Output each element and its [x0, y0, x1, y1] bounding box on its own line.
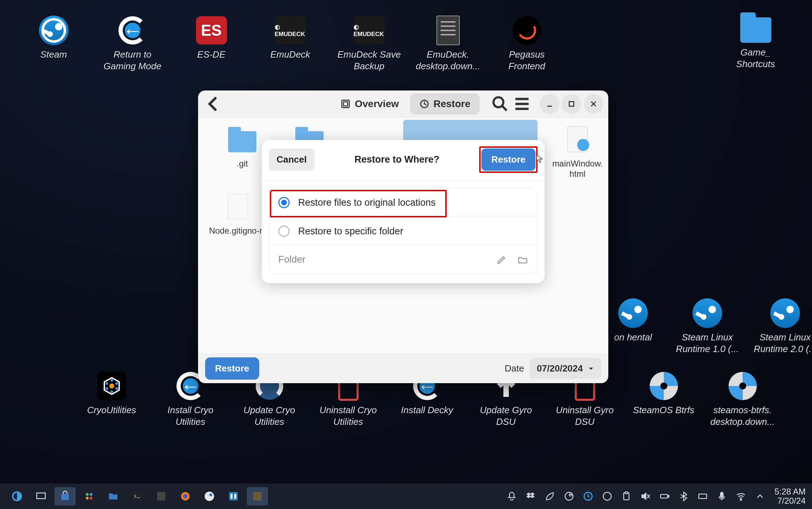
date-picker[interactable]: 07/20/2024 [530, 358, 601, 379]
svg-rect-35 [229, 492, 238, 501]
desktop-icon-emudeck[interactable]: ◐ EMUDECK EmuDeck [251, 8, 330, 79]
clock-date: 7/20/24 [775, 496, 806, 505]
bell-icon[interactable] [506, 491, 517, 502]
task-terminal[interactable] [127, 487, 148, 505]
system-tray [506, 491, 765, 502]
folder-open-icon[interactable] [517, 255, 528, 265]
tab-overview[interactable]: Overview [331, 93, 408, 115]
close-button[interactable] [584, 94, 603, 114]
desktop-icon-steam[interactable]: Steam [14, 8, 93, 79]
update-icon[interactable] [583, 491, 593, 502]
desktop-icon-runtime1[interactable]: Steam Linux Runtime 1.0 (... [668, 291, 746, 362]
svg-rect-45 [661, 495, 668, 498]
svg-point-39 [565, 492, 573, 501]
svg-point-5 [709, 306, 716, 313]
minimize-icon [545, 99, 554, 109]
desktop-icon-row-1: Steam ← Return to Gaming Mode ES ES-DE ◐… [0, 0, 812, 88]
folder-icon [228, 131, 256, 152]
desktop-icon-cryo[interactable]: CryoUtilities [72, 364, 151, 435]
svg-rect-36 [231, 494, 232, 498]
svg-rect-30 [157, 492, 166, 501]
desktop-icon-steamos-btrfs-down[interactable]: steamos-btrfs. desktop.down... [703, 364, 782, 435]
disc-icon [729, 372, 757, 400]
task-app1[interactable] [151, 487, 172, 505]
leaf-icon[interactable] [545, 491, 555, 502]
option-specific-folder[interactable]: Restore to specific folder [269, 217, 537, 245]
desktop-icon-emudeck-save[interactable]: ◐ EMUDECK EmuDeck Save Backup [330, 8, 408, 79]
battery-icon[interactable] [659, 491, 670, 502]
volume-muted-icon[interactable] [640, 491, 651, 502]
svg-rect-21 [569, 102, 574, 106]
desktop-icon-proton[interactable]: on hental [598, 291, 668, 362]
svg-point-32 [183, 494, 187, 498]
file-icon [228, 193, 248, 220]
icon-label: Uninstall Gyro DSU [550, 404, 620, 427]
pencil-icon[interactable] [496, 255, 507, 265]
menu-button[interactable] [512, 94, 532, 114]
svg-point-14 [110, 391, 113, 393]
wifi-icon[interactable] [736, 491, 746, 502]
task-desktop[interactable] [30, 487, 52, 505]
steam-tray-icon[interactable] [564, 491, 574, 502]
chevron-up-icon[interactable] [755, 491, 765, 502]
task-app2[interactable] [223, 487, 244, 505]
minimize-button[interactable] [540, 94, 559, 114]
icon-label: SteamOS Btrfs [633, 404, 694, 416]
keyboard-icon[interactable] [697, 491, 708, 502]
task-store[interactable] [54, 487, 76, 505]
mic-icon[interactable] [717, 491, 727, 502]
task-firefox[interactable] [175, 487, 196, 505]
radio-unselected[interactable] [278, 226, 290, 237]
icon-label: EmuDeck. desktop.down... [413, 49, 483, 72]
back-button[interactable] [203, 94, 223, 114]
icon-label: Install Cryo Utilities [155, 404, 226, 427]
dropbox-icon[interactable] [526, 491, 536, 502]
clock[interactable]: 5:28 AM 7/20/24 [775, 487, 806, 506]
svg-rect-29 [133, 492, 141, 500]
steam-icon [39, 16, 69, 45]
emudeck-icon: ◐ EMUDECK [354, 16, 385, 45]
option-original-location[interactable]: Restore files to original locations [269, 188, 537, 217]
svg-rect-37 [234, 494, 236, 498]
desktop-icon-emudeck-down[interactable]: EmuDeck. desktop.down... [408, 8, 487, 79]
desktop-icon-steamos-btrfs[interactable]: SteamOS Btrfs [624, 364, 703, 435]
tab-restore[interactable]: Restore [410, 93, 480, 115]
date-value: 07/20/2024 [537, 363, 583, 374]
desktop-icon-runtime2[interactable]: Steam Linux Runtime 2.0 (... [746, 291, 812, 362]
task-settings[interactable] [79, 487, 100, 505]
desktop-icon-pegasus[interactable]: Pegasus Frontend [487, 8, 566, 79]
restore-button[interactable]: Restore [205, 357, 259, 380]
desktop-icon-game-shortcuts[interactable]: Game_ Shortcuts [716, 6, 795, 77]
desktop-icon-esde[interactable]: ES ES-DE [172, 8, 251, 79]
bluetooth-icon[interactable] [678, 491, 689, 502]
restore-confirm-button[interactable]: Restore [481, 148, 535, 171]
svg-rect-18 [343, 102, 348, 106]
svg-point-28 [89, 497, 92, 499]
tab-label: Overview [355, 98, 399, 110]
svg-rect-44 [625, 492, 628, 494]
task-files[interactable] [103, 487, 124, 505]
date-label: Date [505, 363, 524, 374]
task-steam[interactable] [199, 487, 220, 505]
desktop-icon-return-gaming[interactable]: ← Return to Gaming Mode [93, 8, 172, 79]
maximize-button[interactable] [562, 94, 581, 114]
clipboard-icon[interactable] [621, 491, 632, 502]
highlight-option [270, 190, 447, 217]
overview-icon [341, 99, 350, 109]
cancel-button[interactable]: Cancel [269, 148, 314, 171]
file-icon [436, 16, 460, 45]
task-backup-app[interactable] [247, 487, 268, 505]
start-button[interactable] [6, 487, 28, 505]
svg-point-40 [569, 494, 572, 496]
search-button[interactable] [490, 94, 510, 114]
desktop-right-partial: on hental Steam Linux Runtime 1.0 (... S… [598, 291, 812, 362]
icon-label: EmuDeck Save Backup [334, 49, 405, 72]
icon-label: Steam [40, 49, 67, 60]
steam-icon [618, 298, 648, 328]
icon-label: Uninstall Cryo Utilities [313, 404, 384, 427]
power-icon[interactable] [602, 491, 613, 502]
icon-label: Steam Linux Runtime 2.0 (... [750, 332, 812, 355]
return-icon: ← [118, 16, 147, 45]
steam-icon [692, 298, 722, 328]
file-item-mainwindow[interactable]: mainWindow. html [544, 123, 608, 179]
